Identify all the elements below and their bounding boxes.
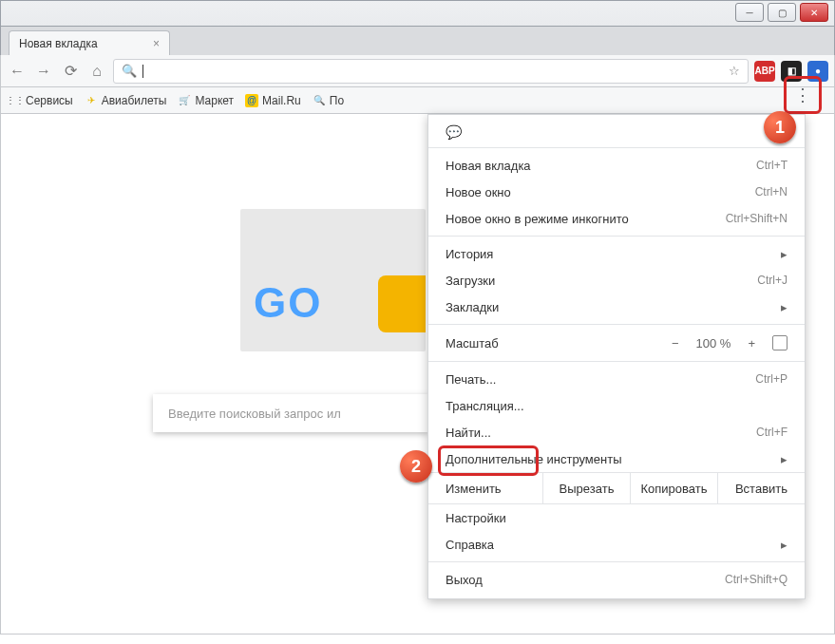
menu-new-window-label: Новое окно: [446, 185, 511, 199]
callout-badge-1: 1: [764, 111, 796, 143]
menu-downloads[interactable]: Загрузки Ctrl+J: [428, 267, 805, 294]
bookmark-po[interactable]: 🔍 По: [313, 94, 344, 107]
chrome-menu-button[interactable]: ⋮: [794, 89, 811, 102]
bookmark-market-label: Маркет: [195, 94, 234, 107]
bookmark-market[interactable]: 🛒 Маркет: [178, 94, 234, 107]
tab-strip: Новая вкладка ×: [0, 27, 835, 55]
back-button[interactable]: ←: [7, 61, 28, 82]
plane-icon: ✈: [85, 94, 98, 107]
menu-bookmarks[interactable]: Закладки ▸: [428, 294, 805, 320]
bookmarks-apps[interactable]: ⋮⋮ Сервисы: [9, 94, 73, 107]
menu-incognito[interactable]: Новое окно в режиме инкогнито Ctrl+Shift…: [428, 205, 805, 232]
bookmark-avia-label: Авиабилеты: [102, 94, 167, 107]
menu-incognito-label: Новое окно в режиме инкогнито: [446, 212, 629, 226]
callout-highlight-1: ⋮: [784, 76, 822, 114]
menu-incognito-shortcut: Ctrl+Shift+N: [726, 212, 788, 225]
menu-history-label: История: [446, 247, 493, 261]
google-doodle[interactable]: GO: [240, 209, 426, 351]
doodle-play-icon: [378, 275, 426, 332]
menu-disabled-item: 💬: [428, 121, 805, 143]
menu-new-tab-shortcut: Ctrl+T: [756, 159, 788, 172]
submenu-arrow-icon: ▸: [781, 452, 788, 466]
search-icon-small: 🔍: [313, 94, 326, 107]
menu-exit-shortcut: Ctrl+Shift+Q: [725, 573, 788, 586]
zoom-in-button[interactable]: +: [748, 336, 755, 350]
menu-history[interactable]: История ▸: [428, 240, 805, 267]
text-cursor: [142, 65, 143, 78]
reload-button[interactable]: ⟳: [60, 61, 81, 82]
callout-highlight-2: [438, 445, 539, 476]
menu-find-label: Найти...: [446, 426, 491, 440]
menu-separator: [428, 324, 805, 325]
menu-print-shortcut: Ctrl+P: [755, 372, 788, 386]
menu-help-label: Справка: [446, 538, 494, 552]
window-minimize-button[interactable]: ─: [735, 3, 764, 22]
extension-abp-icon[interactable]: ABP: [754, 61, 775, 82]
google-search-box[interactable]: Введите поисковый запрос ил: [153, 394, 428, 432]
zoom-out-button[interactable]: −: [672, 336, 679, 350]
menu-separator: [428, 361, 805, 362]
window-close-button[interactable]: ✕: [800, 3, 828, 22]
bookmark-avia[interactable]: ✈ Авиабилеты: [85, 94, 167, 107]
bookmark-star-icon[interactable]: ☆: [729, 64, 740, 78]
menu-new-tab[interactable]: Новая вкладка Ctrl+T: [428, 152, 805, 179]
menu-new-window-shortcut: Ctrl+N: [755, 185, 788, 199]
menu-downloads-shortcut: Ctrl+J: [757, 274, 788, 287]
menu-print[interactable]: Печать... Ctrl+P: [428, 366, 805, 392]
bookmarks-apps-label: Сервисы: [26, 94, 73, 107]
menu-print-label: Печать...: [446, 372, 496, 387]
apps-grid-icon: ⋮⋮: [9, 94, 22, 107]
menu-zoom-label: Масштаб: [446, 336, 499, 350]
menu-separator: [428, 561, 805, 562]
menu-cast-label: Трансляция...: [446, 399, 524, 413]
menu-edit-row: Изменить Вырезать Копировать Вставить: [428, 472, 805, 504]
menu-exit[interactable]: Выход Ctrl+Shift+Q: [428, 566, 805, 593]
bookmarks-bar: ⋮⋮ Сервисы ✈ Авиабилеты 🛒 Маркет @ Mail.…: [0, 87, 835, 114]
home-button[interactable]: ⌂: [86, 61, 107, 82]
browser-toolbar: ← → ⟳ ⌂ 🔍 ☆ ABP ◧ ●: [0, 55, 835, 87]
menu-copy-button[interactable]: Копировать: [630, 473, 717, 503]
mailru-icon: @: [245, 94, 258, 107]
bookmark-mailru-label: Mail.Ru: [262, 94, 301, 107]
menu-separator: [428, 147, 805, 148]
menu-cast[interactable]: Трансляция...: [428, 392, 805, 419]
zoom-value: 100 %: [696, 336, 731, 350]
bookmark-mailru[interactable]: @ Mail.Ru: [245, 94, 301, 107]
menu-edit-label: Изменить: [428, 473, 542, 503]
browser-tab[interactable]: Новая вкладка ×: [9, 30, 170, 55]
submenu-arrow-icon: ▸: [781, 538, 788, 552]
forward-button[interactable]: →: [33, 61, 54, 82]
cart-icon: 🛒: [178, 94, 191, 107]
menu-separator: [428, 236, 805, 237]
menu-settings-label: Настройки: [446, 511, 506, 525]
search-icon: 🔍: [122, 64, 137, 78]
menu-settings[interactable]: Настройки: [428, 504, 805, 531]
menu-exit-label: Выход: [446, 573, 483, 587]
menu-new-window[interactable]: Новое окно Ctrl+N: [428, 179, 805, 205]
menu-zoom: Масштаб − 100 % +: [428, 329, 805, 357]
search-placeholder: Введите поисковый запрос ил: [168, 407, 341, 421]
menu-new-tab-label: Новая вкладка: [446, 159, 531, 173]
menu-find[interactable]: Найти... Ctrl+F: [428, 419, 805, 445]
menu-find-shortcut: Ctrl+F: [756, 426, 788, 439]
submenu-arrow-icon: ▸: [781, 247, 788, 261]
tab-title: Новая вкладка: [19, 37, 98, 50]
bookmark-po-label: По: [330, 94, 344, 107]
window-maximize-button[interactable]: ▢: [768, 3, 796, 22]
address-bar[interactable]: 🔍 ☆: [113, 59, 749, 84]
window-titlebar: ─ ▢ ✕: [0, 0, 835, 27]
tab-close-icon[interactable]: ×: [153, 37, 160, 50]
menu-help[interactable]: Справка ▸: [428, 531, 805, 558]
page-content: GO Введите поисковый запрос ил 💬 Новая в…: [0, 114, 835, 635]
menu-cut-button[interactable]: Вырезать: [542, 473, 630, 503]
submenu-arrow-icon: ▸: [781, 300, 788, 314]
menu-paste-button[interactable]: Вставить: [717, 473, 805, 503]
fullscreen-icon[interactable]: [772, 335, 788, 350]
menu-downloads-label: Загрузки: [446, 274, 495, 288]
callout-badge-2: 2: [400, 450, 432, 483]
menu-bookmarks-label: Закладки: [446, 300, 499, 314]
chrome-main-menu: 💬 Новая вкладка Ctrl+T Новое окно Ctrl+N…: [427, 114, 806, 599]
doodle-text: GO: [254, 279, 322, 327]
